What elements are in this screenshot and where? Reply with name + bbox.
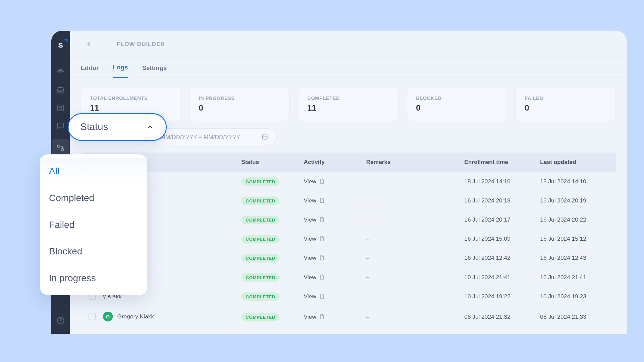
- updated-cell: 18 Jul 2024 14:10: [540, 178, 616, 184]
- status-filter-dropdown: AllCompletedFailedBlockedIn progress: [40, 154, 147, 295]
- help-icon[interactable]: [56, 316, 65, 325]
- svg-rect-4: [61, 149, 64, 151]
- enrollment-cell: 16 Jul 2024 20:18: [464, 197, 540, 203]
- metric-card: BLOCKED0: [407, 87, 507, 121]
- svg-point-2: [60, 106, 62, 108]
- metric-card: FAILED0: [515, 87, 616, 121]
- broadcast-icon[interactable]: [56, 68, 65, 77]
- avatar: G: [103, 312, 113, 321]
- app-logo: s: [58, 40, 63, 50]
- status-option[interactable]: Completed: [40, 185, 147, 212]
- remarks-cell: –: [366, 178, 465, 184]
- updated-cell: 16 Jul 2024 20:19: [540, 197, 616, 203]
- table-row: Kiakk COMPLETED View – 16 Jul 2024 12:42…: [80, 248, 616, 267]
- view-activity-link[interactable]: View: [304, 197, 324, 203]
- updated-cell: 10 Jul 2024 21:41: [540, 274, 616, 280]
- main-content: FLOW BUILDER Editor Logs Settings TOTAL …: [70, 31, 627, 334]
- updated-cell: 10 Jul 2024 19:23: [540, 293, 616, 299]
- status-badge: COMPLETED: [241, 254, 280, 262]
- table-row: akk COMPLETED View – 18 Jul 2024 14:10 1…: [80, 172, 616, 191]
- enrollment-cell: 18 Jul 2024 14:10: [464, 178, 540, 184]
- view-activity-link[interactable]: View: [304, 235, 324, 242]
- view-activity-link[interactable]: View: [304, 274, 324, 280]
- tab-logs[interactable]: Logs: [113, 64, 128, 78]
- status-badge: COMPLETED: [241, 216, 280, 224]
- document-icon: [319, 217, 325, 222]
- status-option[interactable]: Blocked: [40, 238, 147, 265]
- status-badge: COMPLETED: [241, 313, 280, 321]
- status-option[interactable]: All: [40, 158, 147, 185]
- inbox-icon[interactable]: [56, 85, 65, 95]
- svg-rect-3: [58, 145, 60, 147]
- metric-label: FAILED: [525, 96, 606, 101]
- status-badge: COMPLETED: [241, 292, 280, 301]
- calendar-icon: [261, 133, 268, 140]
- table-row: y Kiakk COMPLETED View – 10 Jul 2024 19:…: [80, 287, 616, 306]
- updated-cell: 08 Jul 2024 21:33: [540, 313, 616, 320]
- table-header: Contact Status Activity Remarks Enrollme…: [80, 153, 616, 172]
- view-activity-link[interactable]: View: [304, 293, 324, 299]
- metric-label: IN PROGRESS: [199, 96, 280, 101]
- enrollment-cell: 16 Jul 2024 20:17: [464, 216, 540, 223]
- document-icon: [319, 178, 325, 184]
- svg-point-0: [60, 72, 61, 73]
- contact-cell: GGregory Kiakk: [103, 312, 241, 321]
- remarks-cell: –: [366, 254, 465, 261]
- enrollment-cell: 16 Jul 2024 15:09: [464, 235, 540, 242]
- document-icon: [319, 314, 325, 319]
- topbar: FLOW BUILDER: [70, 31, 627, 58]
- table-row: Kiakk COMPLETED View – 10 Jul 2024 21:41…: [80, 267, 616, 287]
- table-row: GGregory Kiakk COMPLETED View – 08 Jul 2…: [80, 306, 616, 327]
- metric-value: 0: [416, 104, 498, 113]
- metric-value: 11: [307, 104, 389, 113]
- chat-icon[interactable]: [56, 121, 65, 130]
- updated-cell: 16 Jul 2024 15:12: [540, 235, 616, 242]
- status-filter-trigger[interactable]: Status: [68, 113, 167, 141]
- table-row: akk COMPLETED View – 16 Jul 2024 20:18 1…: [80, 191, 616, 210]
- document-icon: [319, 236, 325, 241]
- remarks-cell: –: [366, 216, 465, 223]
- enrollment-cell: 16 Jul 2024 12:42: [464, 254, 540, 261]
- date-placeholder: MM/DD/YYYY – MM/DD/YYYY: [161, 133, 240, 140]
- page-title: FLOW BUILDER: [117, 41, 165, 47]
- table-row: COMPLETED View – 16 Jul 2024 20:17 16 Ju…: [80, 210, 616, 229]
- updated-cell: 16 Jul 2024 20:22: [540, 216, 616, 223]
- metric-value: 0: [199, 104, 280, 113]
- view-activity-link[interactable]: View: [304, 216, 324, 223]
- table-row: akk COMPLETED View – 16 Jul 2024 15:09 1…: [80, 229, 616, 248]
- document-icon: [319, 197, 325, 203]
- remarks-cell: –: [366, 274, 465, 280]
- col-enrollment: Enrollment time: [464, 159, 540, 165]
- col-activity: Activity: [304, 159, 366, 165]
- enrollment-cell: 10 Jul 2024 19:22: [464, 293, 540, 299]
- metric-label: COMPLETED: [307, 96, 389, 101]
- enrollment-cell: 08 Jul 2024 21:32: [464, 313, 540, 320]
- status-badge: COMPLETED: [241, 273, 280, 282]
- svg-rect-7: [263, 135, 267, 139]
- document-icon: [319, 274, 325, 280]
- status-badge: COMPLETED: [241, 177, 280, 186]
- row-checkbox[interactable]: [89, 313, 96, 320]
- tab-settings[interactable]: Settings: [142, 64, 167, 77]
- metric-card: COMPLETED11: [298, 87, 398, 121]
- metric-value: 0: [525, 104, 606, 113]
- view-activity-link[interactable]: View: [304, 313, 324, 320]
- logs-table: Contact Status Activity Remarks Enrollme…: [80, 153, 616, 328]
- tab-editor[interactable]: Editor: [80, 64, 99, 77]
- col-status: Status: [241, 159, 304, 165]
- view-activity-link[interactable]: View: [304, 178, 324, 184]
- tabs: Editor Logs Settings: [70, 58, 627, 78]
- view-activity-link[interactable]: View: [304, 254, 324, 261]
- updated-cell: 16 Jul 2024 12:43: [540, 254, 616, 261]
- status-option[interactable]: In progress: [40, 265, 147, 292]
- date-range-input[interactable]: MM/DD/YYYY – MM/DD/YYYY: [152, 128, 277, 145]
- back-button[interactable]: [80, 36, 97, 52]
- status-badge: COMPLETED: [241, 196, 280, 205]
- metric-value: 11: [90, 104, 172, 113]
- remarks-cell: –: [366, 313, 465, 320]
- remarks-cell: –: [366, 293, 465, 299]
- status-option[interactable]: Failed: [40, 211, 147, 238]
- status-filter-label: Status: [80, 121, 108, 133]
- metric-label: BLOCKED: [416, 96, 498, 101]
- contact-icon[interactable]: [56, 104, 65, 113]
